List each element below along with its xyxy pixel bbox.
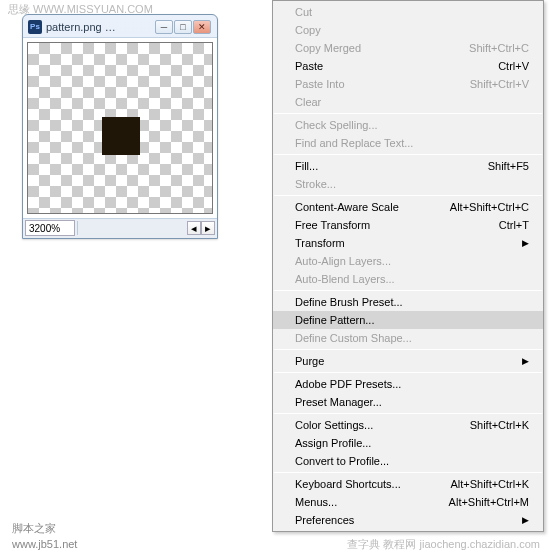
menu-shortcut: Alt+Shift+Ctrl+M bbox=[449, 496, 529, 508]
menu-separator bbox=[274, 413, 542, 414]
menu-shortcut: Ctrl+V bbox=[498, 60, 529, 72]
menu-item-copy-merged: Copy MergedShift+Ctrl+C bbox=[273, 39, 543, 57]
menu-item-convert-to-profile[interactable]: Convert to Profile... bbox=[273, 452, 543, 470]
menu-shortcut: Shift+Ctrl+K bbox=[470, 419, 529, 431]
menu-item-label: Preset Manager... bbox=[295, 396, 382, 408]
menu-item-label: Define Brush Preset... bbox=[295, 296, 403, 308]
menu-item-preferences[interactable]: Preferences▶ bbox=[273, 511, 543, 529]
menu-item-label: Keyboard Shortcuts... bbox=[295, 478, 401, 490]
menu-separator bbox=[274, 154, 542, 155]
edit-menu: CutCopyCopy MergedShift+Ctrl+CPasteCtrl+… bbox=[272, 0, 544, 532]
menu-item-label: Clear bbox=[295, 96, 321, 108]
submenu-arrow-icon: ▶ bbox=[522, 356, 529, 366]
menu-item-transform[interactable]: Transform▶ bbox=[273, 234, 543, 252]
menu-item-assign-profile[interactable]: Assign Profile... bbox=[273, 434, 543, 452]
menu-item-label: Content-Aware Scale bbox=[295, 201, 399, 213]
submenu-arrow-icon: ▶ bbox=[522, 515, 529, 525]
menu-item-free-transform[interactable]: Free TransformCtrl+T bbox=[273, 216, 543, 234]
menu-item-content-aware-scale[interactable]: Content-Aware ScaleAlt+Shift+Ctrl+C bbox=[273, 198, 543, 216]
menu-item-label: Check Spelling... bbox=[295, 119, 378, 131]
transparency-checker bbox=[27, 42, 213, 214]
menu-item-label: Paste Into bbox=[295, 78, 345, 90]
menu-item-label: Adobe PDF Presets... bbox=[295, 378, 401, 390]
watermark-bl-main: 脚本之家 bbox=[12, 521, 77, 536]
menu-item-label: Find and Replace Text... bbox=[295, 137, 413, 149]
menu-item-label: Define Custom Shape... bbox=[295, 332, 412, 344]
menu-shortcut: Shift+Ctrl+C bbox=[469, 42, 529, 54]
menu-item-paste[interactable]: PasteCtrl+V bbox=[273, 57, 543, 75]
menu-item-clear: Clear bbox=[273, 93, 543, 111]
menu-separator bbox=[274, 290, 542, 291]
menu-item-paste-into: Paste IntoShift+Ctrl+V bbox=[273, 75, 543, 93]
menu-item-menus[interactable]: Menus...Alt+Shift+Ctrl+M bbox=[273, 493, 543, 511]
canvas-area[interactable] bbox=[23, 37, 217, 218]
menu-item-label: Convert to Profile... bbox=[295, 455, 389, 467]
minimize-button[interactable]: ─ bbox=[155, 20, 173, 34]
menu-separator bbox=[274, 195, 542, 196]
menu-item-label: Copy bbox=[295, 24, 321, 36]
menu-item-label: Copy Merged bbox=[295, 42, 361, 54]
close-button[interactable]: ✕ bbox=[193, 20, 211, 34]
menu-item-define-custom-shape: Define Custom Shape... bbox=[273, 329, 543, 347]
menu-item-label: Auto-Align Layers... bbox=[295, 255, 391, 267]
menu-item-label: Color Settings... bbox=[295, 419, 373, 431]
menu-item-label: Cut bbox=[295, 6, 312, 18]
scroll-right-button[interactable]: ▸ bbox=[201, 221, 215, 235]
menu-item-stroke: Stroke... bbox=[273, 175, 543, 193]
menu-item-color-settings[interactable]: Color Settings...Shift+Ctrl+K bbox=[273, 416, 543, 434]
menu-shortcut: Alt+Shift+Ctrl+C bbox=[450, 201, 529, 213]
menu-item-label: Fill... bbox=[295, 160, 318, 172]
window-title: pattern.png … bbox=[46, 21, 116, 33]
menu-item-label: Transform bbox=[295, 237, 345, 249]
menu-item-define-brush-preset[interactable]: Define Brush Preset... bbox=[273, 293, 543, 311]
watermark-bottom-left: 脚本之家 www.jb51.net bbox=[12, 521, 77, 552]
menu-separator bbox=[274, 472, 542, 473]
titlebar[interactable]: Ps pattern.png … ─ □ ✕ bbox=[23, 15, 217, 37]
menu-item-label: Free Transform bbox=[295, 219, 370, 231]
menu-item-label: Stroke... bbox=[295, 178, 336, 190]
menu-item-auto-align-layers: Auto-Align Layers... bbox=[273, 252, 543, 270]
status-bar: ◂ ▸ bbox=[23, 218, 217, 238]
menu-item-cut: Cut bbox=[273, 3, 543, 21]
menu-item-check-spelling: Check Spelling... bbox=[273, 116, 543, 134]
menu-item-label: Paste bbox=[295, 60, 323, 72]
menu-separator bbox=[274, 113, 542, 114]
menu-item-label: Purge bbox=[295, 355, 324, 367]
menu-item-adobe-pdf-presets[interactable]: Adobe PDF Presets... bbox=[273, 375, 543, 393]
menu-shortcut: Ctrl+T bbox=[499, 219, 529, 231]
menu-item-preset-manager[interactable]: Preset Manager... bbox=[273, 393, 543, 411]
menu-shortcut: Shift+Ctrl+V bbox=[470, 78, 529, 90]
pattern-pixel bbox=[102, 117, 140, 155]
menu-item-label: Menus... bbox=[295, 496, 337, 508]
menu-item-fill[interactable]: Fill...Shift+F5 bbox=[273, 157, 543, 175]
status-spacer bbox=[77, 221, 185, 235]
menu-item-purge[interactable]: Purge▶ bbox=[273, 352, 543, 370]
menu-item-label: Define Pattern... bbox=[295, 314, 375, 326]
scroll-left-button[interactable]: ◂ bbox=[187, 221, 201, 235]
ps-icon: Ps bbox=[28, 20, 42, 34]
menu-item-keyboard-shortcuts[interactable]: Keyboard Shortcuts...Alt+Shift+Ctrl+K bbox=[273, 475, 543, 493]
zoom-input[interactable] bbox=[25, 220, 75, 236]
menu-item-auto-blend-layers: Auto-Blend Layers... bbox=[273, 270, 543, 288]
watermark-bl-sub: www.jb51.net bbox=[12, 537, 77, 552]
menu-item-label: Preferences bbox=[295, 514, 354, 526]
submenu-arrow-icon: ▶ bbox=[522, 238, 529, 248]
menu-item-find-and-replace-text: Find and Replace Text... bbox=[273, 134, 543, 152]
menu-shortcut: Shift+F5 bbox=[488, 160, 529, 172]
maximize-button[interactable]: □ bbox=[174, 20, 192, 34]
document-window: Ps pattern.png … ─ □ ✕ ◂ ▸ bbox=[22, 14, 218, 239]
menu-separator bbox=[274, 372, 542, 373]
menu-item-label: Auto-Blend Layers... bbox=[295, 273, 395, 285]
menu-item-define-pattern[interactable]: Define Pattern... bbox=[273, 311, 543, 329]
menu-separator bbox=[274, 349, 542, 350]
menu-item-copy: Copy bbox=[273, 21, 543, 39]
menu-shortcut: Alt+Shift+Ctrl+K bbox=[450, 478, 529, 490]
menu-item-label: Assign Profile... bbox=[295, 437, 371, 449]
watermark-bottom-right: 查字典 教程网 jiaocheng.chazidian.com bbox=[347, 537, 540, 552]
